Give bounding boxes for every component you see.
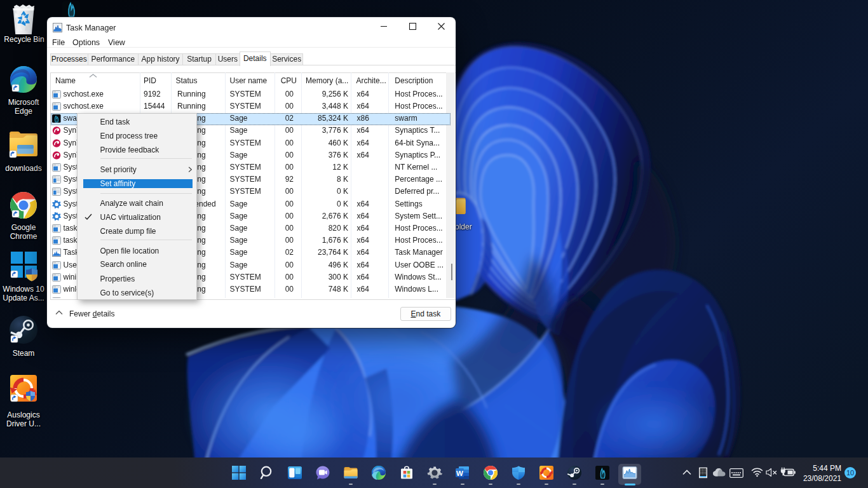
svg-text:W: W (456, 470, 463, 477)
